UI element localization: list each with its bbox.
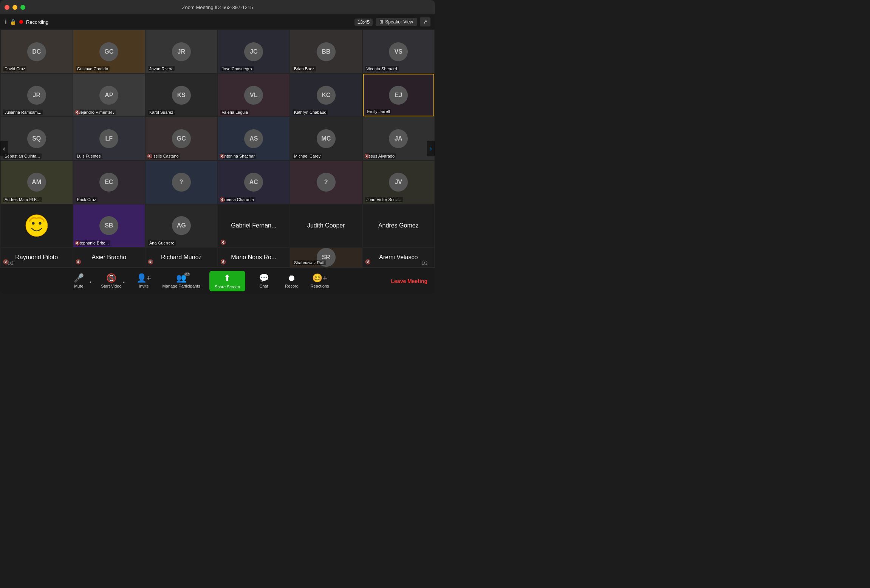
mute-icon: 🔇 [364,154,370,159]
participant-name-large: Andres Gomez [375,222,422,229]
participant-name: Ana Guerrero [148,240,176,246]
mute-icon: 🔇 [220,154,225,159]
fullscreen-button[interactable]: ⤢ [420,17,430,26]
info-icon[interactable]: ℹ [5,19,7,26]
video-cell: AGAna Guerrero [146,204,217,247]
video-cell: GCGustavo Cordido [73,30,145,73]
speaker-view-button[interactable]: ⊞ Speaker View [376,18,417,26]
video-cell: SRShahnawaz Rafi [290,248,362,267]
video-cell: VSVicenta Shepard [363,30,435,73]
video-cell: ? [146,161,217,204]
participant-name-large: Asier Bracho [88,254,129,261]
start-video-button[interactable]: 📵 Start Video [101,274,121,288]
video-cell: MCMichael Carey [290,117,362,160]
video-cell: Richard Munoz🔇 [146,248,217,267]
mute-icon: 🔇 [365,259,371,265]
participant-name-large: Richard Munoz [158,254,205,261]
reactions-button[interactable]: 😊+ Reactions [310,274,329,288]
participants-button[interactable]: 👥 37 Manage Participants [163,274,200,288]
topbar-left: ℹ 🔒 Recording [5,19,48,26]
participant-name: Gustavo Cordido [76,66,110,71]
video-cell: GCGiselle Castano🔇 [146,117,217,160]
participant-name: Michael Carey [293,153,322,159]
microphone-icon: 🎤 [74,274,84,282]
video-cell: ASAntonina Shachar🔇 [218,117,290,160]
video-group: 📵 Start Video ▲ [101,274,125,288]
participant-name: Jovan Rivera [148,66,175,71]
video-cell: Gabriel Fernan...🔇 [218,204,290,247]
leave-meeting-button[interactable]: Leave Meeting [391,278,427,284]
participant-name: Shahnawaz Rafi [293,260,326,265]
video-cell: ? [290,161,362,204]
mute-icon: 🔇 [75,241,80,246]
participant-name: Andres Mata El K... [3,197,42,202]
previous-page-button[interactable]: ‹ [0,141,8,156]
record-icon: ⏺ [288,274,296,282]
participant-name: Brian Baez [293,66,316,71]
recording-dot [19,20,23,24]
window-controls[interactable] [5,5,25,10]
video-cell: JVJoao Victor Souz... [363,161,435,204]
video-cell: JCJose Consuegra [218,30,290,73]
participants-count-badge: 37 [184,272,190,276]
svg-point-2 [39,222,41,225]
participant-name: Jesus Alvarado [365,153,396,159]
invite-icon: 👤+ [136,274,152,282]
mute-button[interactable]: 🎤 Mute [69,274,88,288]
participant-name-large: Raymond Piloto [12,254,61,261]
mute-icon: 🔇 [220,259,226,265]
video-cell: SBStephanie Brito...🔇 [73,204,145,247]
mute-icon: 🔇 [220,197,225,202]
video-cell: ACAneesa Charania🔇 [218,161,290,204]
topbar: ℹ 🔒 Recording 13:45 ⊞ Speaker View ⤢ [0,14,435,29]
video-cell: LFLuis Fuentes [73,117,145,160]
svg-point-1 [32,222,34,225]
participants-icon: 👥 37 [176,274,186,282]
record-button[interactable]: ⏺ Record [282,274,301,288]
chat-icon: 💬 [259,274,269,282]
mute-icon: 🔇 [148,259,153,265]
video-cell: ECErick Cruz [73,161,145,204]
participant-name: Joao Victor Souz... [365,197,403,202]
participant-name-large: Gabriel Fernan... [228,222,279,229]
participant-name: Sebastian Quinta... [3,153,42,159]
reactions-icon: 😊+ [312,274,327,282]
maximize-button[interactable] [20,5,25,10]
chat-button[interactable]: 💬 Chat [254,274,273,288]
video-cell: KSKarol Suarez [146,74,217,116]
participant-name: David Cruz [3,66,26,71]
topbar-right: 13:45 ⊞ Speaker View ⤢ [355,17,430,26]
video-cell: Asier Bracho🔇 [73,248,145,267]
video-cell: Andres Gomez [363,204,435,247]
meeting-timer: 13:45 [355,19,373,26]
participant-name: Alejandro Pimentel . [76,110,116,115]
close-button[interactable] [5,5,9,10]
participant-name: Stephanie Brito... [76,240,110,246]
titlebar: Zoom Meeting ID: 662-397-1215 [0,0,435,14]
video-grid-area: DCDavid CruzGCGustavo CordidoJRJovan Riv… [0,29,435,268]
mute-group: 🎤 Mute ▲ [69,274,92,288]
share-screen-button[interactable]: ⬆ Share Screen [209,271,245,291]
mute-icon: 🔇 [220,240,226,245]
page-indicator-right: 1/2 [422,261,427,265]
video-cell: EJEmily Jarrell [363,74,435,116]
next-page-button[interactable]: › [427,141,435,156]
participant-name: Jose Consuegra [220,66,254,71]
video-grid: DCDavid CruzGCGustavo CordidoJRJovan Riv… [0,29,435,268]
mute-icon: 🔇 [76,259,81,265]
share-screen-icon: ⬆ [224,273,231,283]
video-cell: JAJesus Alvarado🔇 [363,117,435,160]
participant-name: Giselle Castano [148,153,180,159]
video-arrow[interactable]: ▲ [122,280,125,284]
participant-name-large: Aremi Velasco [376,254,421,261]
video-cell: KCKathryn Chabaud [290,74,362,116]
minimize-button[interactable] [12,5,17,10]
page-indicator-left: 1/2 [8,261,13,265]
video-cell: DCDavid Cruz [1,30,73,73]
grid-icon: ⊞ [379,19,383,25]
video-off-icon: 📵 [106,274,116,282]
video-cell: JRJulianna Ramsam... [1,74,73,116]
mute-arrow[interactable]: ▲ [89,280,92,284]
invite-button[interactable]: 👤+ Invite [135,274,153,288]
toolbar: 🎤 Mute ▲ 📵 Start Video ▲ 👤+ Invite 👥 37 … [0,268,435,294]
